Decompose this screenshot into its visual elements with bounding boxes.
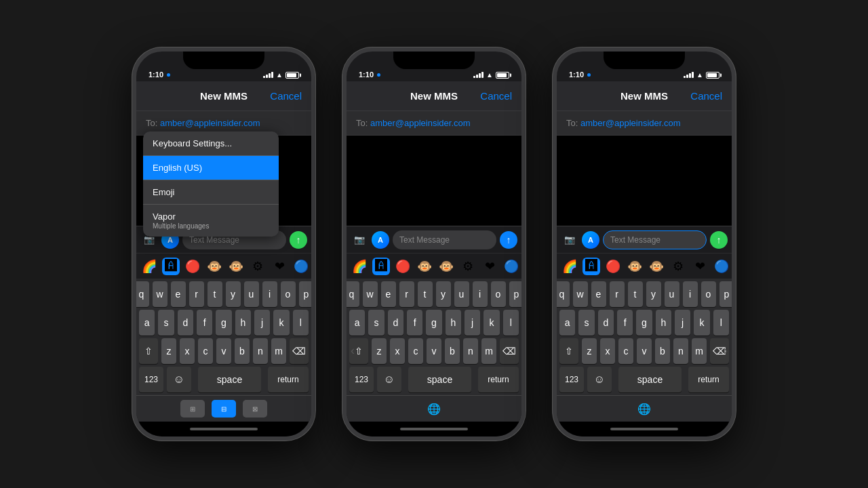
key-delete-1[interactable]: ⌫ bbox=[290, 338, 309, 364]
emoji-icon-3-4[interactable]: 🐵 bbox=[648, 258, 665, 275]
key-u-3[interactable]: u bbox=[665, 281, 679, 307]
key-k-3[interactable]: k bbox=[694, 310, 709, 336]
key-l-2[interactable]: l bbox=[503, 310, 519, 336]
emoji-icon-1-3[interactable]: 🐵 bbox=[205, 258, 223, 275]
key-d-3[interactable]: d bbox=[598, 310, 614, 336]
key-t-3[interactable]: t bbox=[628, 281, 643, 307]
key-p-2[interactable]: p bbox=[509, 281, 524, 307]
key-y-2[interactable]: y bbox=[436, 281, 451, 307]
key-y-1[interactable]: y bbox=[226, 281, 241, 307]
emoji-icon-3-3[interactable]: 🐵 bbox=[626, 258, 644, 275]
key-space-3[interactable]: space bbox=[618, 367, 682, 392]
key-m-2[interactable]: m bbox=[481, 338, 496, 364]
emoji-icon-2-3[interactable]: 🐵 bbox=[416, 258, 433, 275]
key-u-2[interactable]: u bbox=[454, 281, 469, 307]
key-i-2[interactable]: i bbox=[473, 281, 488, 307]
emoji-icon-2-5[interactable]: ⚙ bbox=[459, 258, 477, 275]
key-e-1[interactable]: e bbox=[171, 281, 186, 307]
key-i-1[interactable]: i bbox=[262, 281, 277, 307]
emoji-icon-3-7[interactable]: 🔵 bbox=[713, 258, 730, 275]
key-g-1[interactable]: g bbox=[216, 310, 231, 336]
key-n-1[interactable]: n bbox=[253, 338, 268, 364]
emoji-icon-1-4[interactable]: 🐵 bbox=[227, 258, 245, 275]
key-a-3[interactable]: a bbox=[559, 310, 575, 336]
key-f-1[interactable]: f bbox=[197, 310, 212, 336]
dropdown-keyboard-settings[interactable]: Keyboard Settings... bbox=[143, 131, 279, 156]
key-b-3[interactable]: b bbox=[655, 338, 670, 364]
dropdown-vapor[interactable]: Vapor Multiple languages bbox=[143, 205, 279, 237]
key-h-1[interactable]: h bbox=[235, 310, 251, 336]
camera-icon-3[interactable]: 📷 bbox=[561, 231, 578, 249]
key-f-3[interactable]: f bbox=[617, 310, 633, 336]
key-k-2[interactable]: k bbox=[484, 310, 499, 336]
message-area-3[interactable] bbox=[557, 136, 732, 226]
key-w-1[interactable]: w bbox=[153, 281, 167, 307]
key-a-1[interactable]: a bbox=[139, 310, 155, 336]
camera-icon-2[interactable]: 📷 bbox=[351, 231, 368, 249]
globe-btn-2[interactable]: 🌐 bbox=[422, 400, 446, 418]
key-u-1[interactable]: u bbox=[244, 281, 259, 307]
message-area-2[interactable] bbox=[347, 136, 521, 226]
key-z-1[interactable]: z bbox=[161, 338, 176, 364]
key-j-2[interactable]: j bbox=[465, 310, 480, 336]
send-button-3[interactable]: ↑ bbox=[710, 231, 728, 249]
key-i-3[interactable]: i bbox=[683, 281, 698, 307]
key-x-3[interactable]: x bbox=[600, 338, 615, 364]
key-l-3[interactable]: l bbox=[713, 310, 729, 336]
emoji-icon-1-7[interactable]: 🔵 bbox=[292, 258, 310, 275]
key-emoji-3[interactable]: ☺ bbox=[587, 367, 612, 392]
emoji-icon-1-1[interactable]: 🅰 bbox=[162, 258, 180, 275]
kb-type-btn-1-2[interactable]: ⊠ bbox=[243, 400, 267, 418]
key-s-1[interactable]: s bbox=[158, 310, 174, 336]
key-v-2[interactable]: v bbox=[427, 338, 441, 364]
key-d-2[interactable]: d bbox=[388, 310, 403, 336]
key-x-2[interactable]: x bbox=[390, 338, 405, 364]
key-space-2[interactable]: space bbox=[408, 367, 471, 392]
dropdown-english-us[interactable]: English (US) bbox=[143, 156, 279, 180]
emoji-icon-3-1[interactable]: 🅰 bbox=[583, 258, 600, 275]
emoji-icon-2-1[interactable]: 🅰 bbox=[372, 258, 390, 275]
key-m-3[interactable]: m bbox=[692, 338, 707, 364]
key-123-1[interactable]: 123 bbox=[139, 367, 163, 392]
key-e-3[interactable]: e bbox=[591, 281, 606, 307]
key-g-2[interactable]: g bbox=[426, 310, 441, 336]
globe-btn-3[interactable]: 🌐 bbox=[632, 400, 656, 418]
key-return-3[interactable]: return bbox=[688, 367, 729, 392]
cancel-button-2[interactable]: Cancel bbox=[480, 90, 512, 102]
text-input-2[interactable]: Text Message bbox=[393, 230, 496, 249]
key-l-1[interactable]: l bbox=[293, 310, 309, 336]
key-n-3[interactable]: n bbox=[673, 338, 688, 364]
key-y-3[interactable]: y bbox=[646, 281, 661, 307]
key-123-2[interactable]: 123 bbox=[349, 367, 374, 392]
key-z-3[interactable]: z bbox=[582, 338, 597, 364]
key-z-2[interactable]: z bbox=[372, 338, 387, 364]
right-arrow-3[interactable]: › bbox=[724, 343, 728, 357]
kb-type-btn-1-0[interactable]: ⊞ bbox=[180, 400, 205, 418]
emoji-icon-1-2[interactable]: 🔴 bbox=[184, 258, 201, 275]
key-e-2[interactable]: e bbox=[381, 281, 396, 307]
app-icon-2[interactable]: A bbox=[372, 231, 389, 249]
key-j-3[interactable]: j bbox=[675, 310, 690, 336]
key-shift-3[interactable]: ⇧ bbox=[559, 338, 578, 364]
key-r-1[interactable]: r bbox=[189, 281, 204, 307]
key-q-2[interactable]: q bbox=[344, 281, 359, 307]
key-h-3[interactable]: h bbox=[656, 310, 671, 336]
emoji-icon-2-6[interactable]: ❤ bbox=[481, 258, 498, 275]
key-m-1[interactable]: m bbox=[271, 338, 286, 364]
kb-type-btn-1-1[interactable]: ⊟ bbox=[212, 400, 236, 418]
key-o-3[interactable]: o bbox=[701, 281, 716, 307]
key-q-3[interactable]: q bbox=[555, 281, 570, 307]
key-d-1[interactable]: d bbox=[178, 310, 193, 336]
emoji-icon-2-4[interactable]: 🐵 bbox=[437, 258, 455, 275]
key-emoji-2[interactable]: ☺ bbox=[377, 367, 401, 392]
key-r-3[interactable]: r bbox=[610, 281, 625, 307]
emoji-icon-1-5[interactable]: ⚙ bbox=[249, 258, 267, 275]
emoji-icon-1-0[interactable]: 🌈 bbox=[140, 258, 158, 275]
key-123-3[interactable]: 123 bbox=[559, 367, 584, 392]
key-return-1[interactable]: return bbox=[268, 367, 309, 392]
key-delete-2[interactable]: ⌫ bbox=[500, 338, 519, 364]
text-input-3[interactable]: Text Message bbox=[603, 230, 707, 249]
send-button-2[interactable]: ↑ bbox=[500, 231, 517, 249]
key-c-2[interactable]: c bbox=[408, 338, 423, 364]
key-s-3[interactable]: s bbox=[578, 310, 594, 336]
